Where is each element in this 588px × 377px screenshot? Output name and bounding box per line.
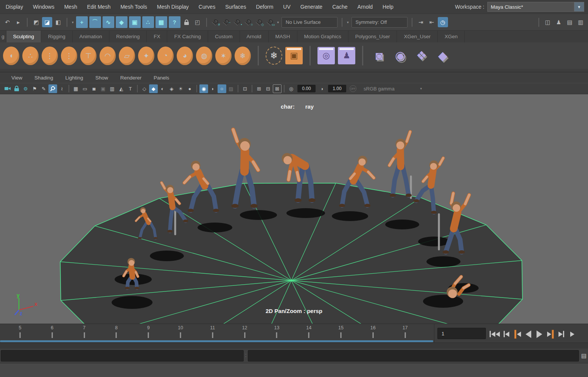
workspace-select[interactable]: Maya Classic* ▼ xyxy=(487,2,584,12)
panel-menu-renderer[interactable]: Renderer xyxy=(114,75,148,81)
shelf-tab-mash[interactable]: MASH xyxy=(269,31,297,42)
timeline-range-bar[interactable] xyxy=(0,340,433,342)
humanik-character-icon[interactable]: ♟ xyxy=(554,17,564,27)
menu-mesh[interactable]: Mesh xyxy=(59,0,82,14)
chevron-down-icon[interactable]: ▼ xyxy=(574,2,584,12)
greasepencil-icon[interactable]: ≀ xyxy=(58,84,66,93)
mask-handles-icon[interactable]: + xyxy=(76,16,88,28)
mask-deformations-icon[interactable]: ▣ xyxy=(129,16,141,28)
grab-brush-icon[interactable]: ⋮ xyxy=(61,47,77,65)
current-frame-field[interactable]: 1 xyxy=(437,328,486,339)
shelf-tab-polygons-user[interactable]: Polygons_User xyxy=(348,31,397,42)
menu-uv[interactable]: UV xyxy=(278,0,295,14)
shelf-tab-fx[interactable]: FX xyxy=(147,31,167,42)
ambient-occlusion-icon[interactable]: ◉ xyxy=(199,84,208,93)
play-forwards-button[interactable] xyxy=(534,327,544,342)
mask-misc-icon[interactable]: ? xyxy=(169,16,180,28)
output-connections-icon[interactable]: ⇤ xyxy=(427,17,437,27)
shelf-tab-motion-graphics[interactable]: Motion Graphics xyxy=(297,31,348,42)
menu-edit-mesh[interactable]: Edit Mesh xyxy=(82,0,115,14)
select-hierarchy-icon[interactable]: ◩ xyxy=(31,17,41,27)
flatten-brush-icon[interactable]: ◠ xyxy=(100,47,116,65)
exposure-field[interactable]: 0.00 xyxy=(297,85,316,92)
shelf-tab-sculpting[interactable]: Sculpting xyxy=(6,31,42,42)
2d-pan-zoom-icon[interactable] xyxy=(48,84,57,93)
sculpt-brush-icon[interactable]: ◖ xyxy=(3,47,19,65)
menu-surfaces[interactable]: Surfaces xyxy=(220,0,251,14)
spray-brush-icon[interactable]: ✦ xyxy=(138,47,154,65)
stamp-tool-icon[interactable]: ◉ xyxy=(391,47,409,65)
imprint-brush-icon[interactable]: ◕ xyxy=(177,47,193,65)
shelf-tab-xgen-user[interactable]: XGen_User xyxy=(397,31,438,42)
relax-brush-icon[interactable]: ⋮ xyxy=(42,47,58,65)
snap-dropdown[interactable]: ▾ xyxy=(276,20,280,24)
input-connections-icon[interactable]: ⇥ xyxy=(416,17,426,27)
smooth-brush-icon[interactable]: ∴ xyxy=(22,47,39,65)
bookmark-icon[interactable]: ⚑ xyxy=(30,84,39,93)
step-forward-frame-button[interactable] xyxy=(556,327,566,342)
pinch-brush-icon[interactable]: ⊤ xyxy=(80,47,96,65)
live-surface-field[interactable]: No Live Surface xyxy=(282,17,338,28)
character-window-icon[interactable]: ♟ xyxy=(338,47,355,64)
grid-icon[interactable]: ▦ xyxy=(72,84,80,93)
step-forward-key-button[interactable] xyxy=(545,327,555,342)
character-figure[interactable] xyxy=(389,132,412,197)
shelf-tab-fx-caching[interactable]: FX Caching xyxy=(167,31,208,42)
depth-peeling-icon[interactable]: ▨ xyxy=(227,84,235,93)
textured-mode-icon[interactable]: ◈ xyxy=(167,84,176,93)
sculpt-layers-window-icon[interactable]: ◎ xyxy=(317,47,335,64)
gamma-field[interactable]: 1.00 xyxy=(328,85,346,92)
lock-selection-icon[interactable] xyxy=(182,17,192,27)
shaded-lit-icon[interactable]: ◐ xyxy=(158,84,167,93)
shelf-tab-custom[interactable]: Custom xyxy=(208,31,240,42)
select-object-icon[interactable]: ◪ xyxy=(42,17,52,27)
snap-to-point-icon[interactable]: Ω• xyxy=(232,17,243,27)
step-back-frame-button[interactable] xyxy=(501,327,512,342)
gate-mask-icon[interactable]: ▣ xyxy=(99,84,107,93)
mask-joints-icon[interactable]: ⌒ xyxy=(89,16,101,28)
shaded-mode-icon[interactable]: ◆ xyxy=(149,84,158,93)
panel-menu-show[interactable]: Show xyxy=(89,75,114,81)
menu-mesh-display[interactable]: Mesh Display xyxy=(152,0,194,14)
go-to-end-button[interactable] xyxy=(567,327,577,342)
field-chart-icon[interactable]: ▥ xyxy=(108,84,117,93)
sculpt-objects-window-icon[interactable]: ▣ xyxy=(285,47,303,64)
selection-mask-dropdown[interactable]: ▾ xyxy=(71,20,75,24)
image-plane-icon[interactable]: ◭ xyxy=(117,84,126,93)
isolate-view-icon[interactable]: ⊟ xyxy=(264,84,272,93)
shelf-tab-rigging[interactable]: Rigging xyxy=(41,31,73,42)
anti-aliasing-icon[interactable]: ○ xyxy=(218,84,226,93)
construction-history-icon[interactable]: ◷ xyxy=(438,17,448,27)
panel-menu-lighting[interactable]: Lighting xyxy=(59,75,89,81)
panel-menu-shading[interactable]: Shading xyxy=(28,75,59,81)
workspace-value[interactable]: Maya Classic* xyxy=(487,2,574,12)
motion-blur-icon[interactable]: ◗ xyxy=(208,84,217,93)
play-backwards-button[interactable] xyxy=(523,327,534,342)
eraser-tool-icon[interactable]: ◆ xyxy=(434,47,452,65)
zoom-select-icon[interactable]: ⊠ xyxy=(273,84,282,93)
panel-menu-panels[interactable]: Panels xyxy=(148,75,175,81)
lock-camera-icon[interactable] xyxy=(12,84,21,93)
shadows-icon[interactable]: ● xyxy=(185,84,194,93)
panel-menu-view[interactable]: View xyxy=(5,75,28,81)
channel-box-icon[interactable]: ▤ xyxy=(565,17,575,27)
shelf-tab-animation[interactable]: Animation xyxy=(73,31,109,42)
highlight-selection-icon[interactable]: ◰ xyxy=(193,17,203,27)
snap-to-grid-icon[interactable]: Ω# xyxy=(210,17,221,27)
menu-mesh-tools[interactable]: Mesh Tools xyxy=(115,0,152,14)
step-back-key-button[interactable] xyxy=(512,327,523,342)
shelf-tab-rendering[interactable]: Rendering xyxy=(109,31,147,42)
menu-display[interactable]: Display xyxy=(1,0,28,14)
shelf-tab-xgen[interactable]: XGen xyxy=(438,31,465,42)
select-component-icon[interactable]: ◧ xyxy=(53,17,63,27)
go-to-start-button[interactable] xyxy=(489,327,501,342)
viewport-canvas[interactable] xyxy=(0,94,588,324)
freeze-brush-icon[interactable]: ❄ xyxy=(235,47,251,65)
knife-tool-icon[interactable]: ◙ xyxy=(370,47,388,65)
mask-rendering-icon[interactable]: ▦ xyxy=(156,16,167,28)
wax-brush-icon[interactable]: ◍ xyxy=(196,47,212,65)
modeling-toolkit-icon[interactable]: ◫ xyxy=(543,17,553,27)
repeat-brush-icon[interactable]: ◔ xyxy=(157,47,174,65)
film-gate-icon[interactable]: ▭ xyxy=(81,84,89,93)
isolate-select-icon[interactable]: ⊞ xyxy=(255,84,263,93)
